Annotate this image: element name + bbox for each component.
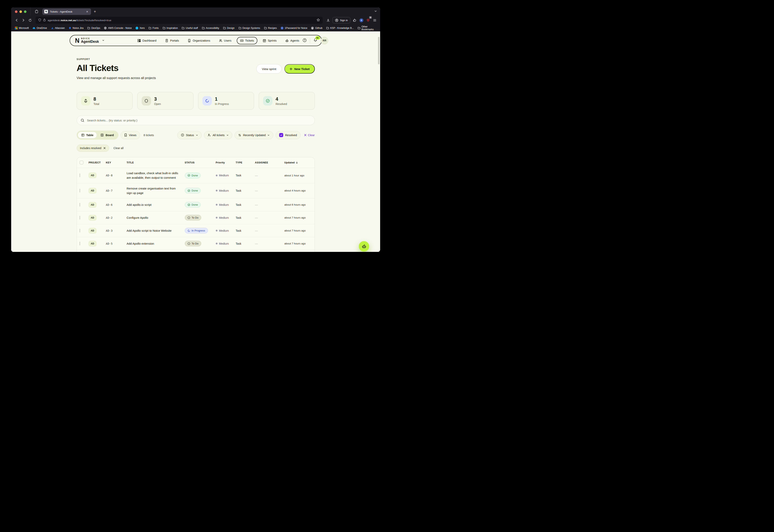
priority-label: Medium [219, 174, 229, 177]
table-row[interactable]: AD AD-3 Add Apollo script to Noice Websi… [77, 224, 315, 237]
url-bar[interactable]: agentdesk.noice.net.au/tickets?includeRe… [36, 17, 323, 24]
ticket-title[interactable]: Load sandbox, check what built-in skills… [127, 171, 185, 180]
col-project[interactable]: PROJECT [89, 161, 106, 164]
col-updated[interactable]: Updated [284, 161, 312, 164]
status-filter[interactable]: Status [177, 131, 202, 139]
select-all-checkbox[interactable] [80, 161, 83, 164]
bookmark-item[interactable]: KSP - Knowledge B... [326, 26, 354, 29]
table-view-button[interactable]: Table [78, 132, 97, 138]
status-badge: Done [185, 188, 201, 193]
close-window-button[interactable] [15, 10, 17, 13]
includes-resolved-chip[interactable]: Includes resolved [77, 145, 109, 152]
col-priority[interactable]: Priority [216, 161, 236, 164]
bookmark-item[interactable]: Accessibility [202, 26, 219, 29]
reload-icon[interactable] [27, 17, 33, 23]
row-checkbox[interactable] [80, 189, 80, 192]
xero-icon [135, 26, 138, 29]
bookmark-item[interactable]: Github [311, 26, 322, 29]
zoom-window-button[interactable] [24, 10, 26, 13]
help-icon[interactable] [302, 38, 307, 43]
ticket-title[interactable]: Remove create organisation text from sig… [127, 186, 185, 195]
bookmark-item[interactable]: Fonts [148, 26, 159, 29]
other-bookmarks[interactable]: Other Bookmarks [358, 25, 377, 31]
ticket-title[interactable]: Add apollo.io script [127, 202, 185, 207]
bookmark-item[interactable]: Microsoft [15, 26, 29, 29]
row-checkbox[interactable] [80, 242, 80, 245]
nav-item[interactable]: Dashboard [134, 37, 160, 44]
table-row[interactable]: AD AD-6 Add apollo.io script Done [77, 198, 315, 211]
minimize-window-button[interactable] [19, 10, 22, 13]
nav-item[interactable]: Agents [282, 37, 302, 44]
table-row[interactable]: AD AD-8 Load sandbox, check what built-i… [77, 168, 315, 183]
chevron-down-icon[interactable] [102, 39, 105, 42]
new-ticket-button[interactable]: New Ticket [284, 64, 315, 74]
view-sprint-button[interactable]: View sprint [256, 64, 282, 74]
sign-in-button[interactable]: Sign in [332, 17, 350, 23]
col-title[interactable]: TITLE [127, 161, 185, 164]
shield-icon[interactable] [38, 18, 41, 22]
nav-item[interactable]: Sprints [259, 37, 280, 44]
search-bar[interactable] [77, 116, 315, 125]
bookmark-item[interactable]: Inspiration [162, 26, 178, 29]
table-row[interactable]: AD AD-4 Add first LinkedIn post for AD t… [77, 250, 315, 252]
nav-item[interactable]: Organizations [184, 37, 213, 44]
menu-hamburger-icon[interactable] [372, 17, 378, 23]
col-key[interactable]: KEY [106, 161, 127, 164]
avatar[interactable]: RR [321, 37, 328, 44]
nav-item[interactable]: Portals [162, 37, 182, 44]
bookmark-item[interactable]: 1Password for Noice [281, 26, 307, 29]
bookmark-item[interactable]: Xero [135, 26, 145, 29]
close-tab-icon[interactable]: ✕ [85, 10, 89, 13]
forward-icon[interactable] [20, 17, 26, 23]
brand[interactable]: N NOICE AgentDesk [75, 37, 105, 44]
table-row[interactable]: AD AD-2 Configure Apollo To Do [77, 211, 315, 224]
bookmark-item[interactable]: Atlassian [51, 26, 65, 29]
bookmark-star-icon[interactable] [317, 18, 320, 22]
nav-item[interactable]: Users [216, 37, 235, 44]
bookmark-item[interactable]: DevOps [87, 26, 100, 29]
bookmark-item[interactable]: AWS Console - Noice [104, 26, 132, 29]
row-checkbox[interactable] [80, 229, 80, 232]
agent-chat-fab[interactable] [359, 241, 369, 251]
scrollbar-thumb[interactable] [378, 37, 380, 64]
search-input[interactable] [87, 118, 311, 122]
adblock-shield-icon[interactable]: 3 [365, 17, 371, 23]
assignee-filter[interactable]: All tickets [204, 131, 232, 139]
ticket-title[interactable]: Configure Apollo [127, 215, 185, 220]
checkbox-checked-icon[interactable] [279, 133, 283, 137]
clear-all-button[interactable]: Clear all [113, 147, 123, 150]
new-tab-button[interactable]: + [94, 9, 96, 14]
nav-item[interactable]: Tickets [237, 37, 257, 44]
sort-button[interactable]: Recently Updated [235, 131, 273, 139]
ticket-title[interactable]: Add Apollo script to Noice Website [127, 228, 185, 233]
clear-filters-button[interactable]: Clear [304, 134, 315, 137]
extension-thumb-icon[interactable] [351, 17, 358, 23]
bookmark-item[interactable]: OneDrive [33, 26, 47, 29]
bookmark-item[interactable]: Design [223, 26, 235, 29]
table-row[interactable]: AD AD-7 Remove create organisation text … [77, 183, 315, 199]
onepassword-icon[interactable] [358, 17, 364, 23]
ticket-key: AD-5 [106, 242, 127, 245]
lock-icon[interactable] [43, 18, 46, 22]
resolved-toggle[interactable]: Resolved [276, 131, 300, 139]
col-assignee[interactable]: ASSIGNEE [255, 161, 284, 164]
table-row[interactable]: AD AD-5 Add Apollo extension To Do [77, 237, 315, 250]
bookmark-item[interactable]: Recipes [264, 26, 277, 29]
col-status[interactable]: STATUS [185, 161, 216, 164]
bookmark-item[interactable]: Design Systems [238, 26, 260, 29]
col-type[interactable]: TYPE [236, 161, 255, 164]
board-view-button[interactable]: Board [97, 132, 117, 138]
downloads-icon[interactable] [325, 17, 331, 23]
bookmark-item[interactable]: Useful stuff [182, 26, 198, 29]
bookmark-item[interactable]: Noice Jira [68, 26, 84, 29]
views-button[interactable]: Views [121, 131, 140, 139]
browser-tab[interactable]: N Tickets - AgentDesk ✕ [42, 8, 91, 15]
row-checkbox[interactable] [80, 173, 80, 177]
back-icon[interactable] [14, 17, 20, 23]
sidebar-toggle-icon[interactable] [33, 8, 40, 15]
row-checkbox[interactable] [80, 216, 80, 220]
list-tabs-icon[interactable] [374, 10, 377, 13]
row-checkbox[interactable] [80, 203, 80, 207]
ticket-title[interactable]: Add Apollo extension [127, 241, 185, 246]
notifications-button[interactable]: 9+ [313, 38, 318, 43]
